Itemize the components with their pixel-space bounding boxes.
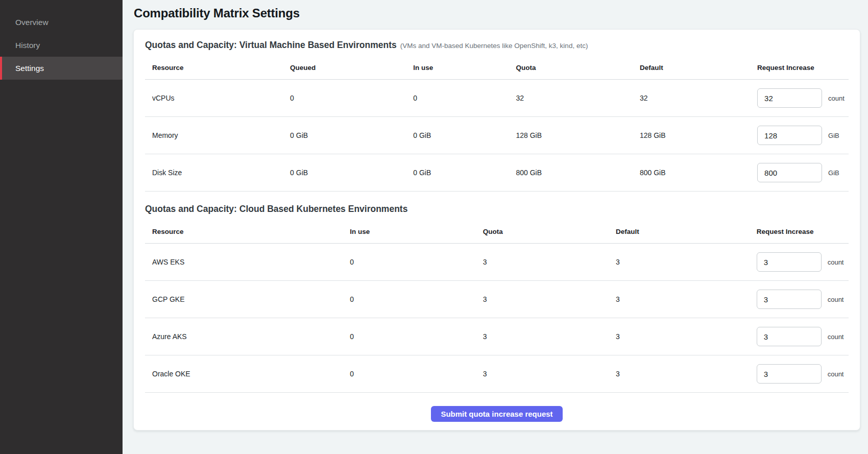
sidebar-item-settings[interactable]: Settings xyxy=(0,57,123,80)
value-cell: 3 xyxy=(476,295,609,303)
table-row-azure-aks: Azure AKS033count xyxy=(145,318,849,355)
value-cell: 0 GiB xyxy=(406,169,509,177)
quota-table-vm-environments: ResourceQueuedIn useQuotaDefaultRequest … xyxy=(145,57,849,192)
section-subtitle: (VMs and VM-based Kubernetes like OpenSh… xyxy=(400,42,588,50)
request-increase-cell: GiB xyxy=(750,126,849,145)
column-header-in-use: In use xyxy=(406,64,509,71)
value-cell: 3 xyxy=(609,370,750,378)
table-row-disk-size: Disk Size0 GiB0 GiB800 GiB800 GiBGiB xyxy=(145,154,849,192)
submit-row: Submit quota increase request xyxy=(145,406,849,422)
table-header-row: ResourceIn useQuotaDefaultRequest Increa… xyxy=(145,221,849,244)
value-cell: 0 xyxy=(343,332,475,341)
unit-label: count xyxy=(828,370,844,378)
resource-cell: vCPUs xyxy=(145,94,283,102)
table-row-gcp-gke: GCP GKE033count xyxy=(145,281,849,318)
sidebar-nav: OverviewHistorySettings xyxy=(0,11,123,80)
table-row-vcpus: vCPUs003232count xyxy=(145,80,849,117)
request-increase-input-gcp-gke[interactable] xyxy=(757,290,822,309)
column-header-queued: Queued xyxy=(283,64,406,71)
sidebar-item-history[interactable]: History xyxy=(0,34,123,57)
value-cell: 0 GiB xyxy=(406,131,509,139)
resource-cell: Memory xyxy=(145,131,283,139)
column-header-in-use: In use xyxy=(343,228,475,235)
value-cell: 800 GiB xyxy=(633,169,750,177)
column-header-default: Default xyxy=(609,228,750,235)
request-increase-cell: count xyxy=(750,364,849,384)
resource-cell: Oracle OKE xyxy=(145,370,343,378)
main-content: Compatibility Matrix Settings Quotas and… xyxy=(123,0,868,454)
sidebar-item-label: Settings xyxy=(15,64,44,73)
section-title-text: Quotas and Capacity: Virtual Machine Bas… xyxy=(145,40,397,50)
request-increase-input-azure-aks[interactable] xyxy=(757,327,822,346)
sidebar-item-label: History xyxy=(15,41,40,50)
quota-table-cloud-kubernetes: ResourceIn useQuotaDefaultRequest Increa… xyxy=(145,221,849,393)
quota-section-1: Quotas and Capacity: Cloud Based Kuberne… xyxy=(145,204,849,393)
value-cell: 0 xyxy=(283,94,406,102)
request-increase-input-aws-eks[interactable] xyxy=(757,252,822,272)
value-cell: 0 GiB xyxy=(283,169,406,177)
value-cell: 128 GiB xyxy=(633,131,750,139)
unit-label: GiB xyxy=(828,169,839,177)
table-row-oracle-oke: Oracle OKE033count xyxy=(145,355,849,393)
resource-cell: Azure AKS xyxy=(145,332,343,341)
value-cell: 3 xyxy=(476,258,609,266)
request-increase-input-vcpus[interactable] xyxy=(757,88,822,108)
section-title: Quotas and Capacity: Virtual Machine Bas… xyxy=(145,40,849,51)
table-row-aws-eks: AWS EKS033count xyxy=(145,244,849,281)
sidebar: OverviewHistorySettings xyxy=(0,0,123,454)
quota-section-0: Quotas and Capacity: Virtual Machine Bas… xyxy=(145,40,849,192)
quota-sections: Quotas and Capacity: Virtual Machine Bas… xyxy=(145,40,849,393)
table-header-row: ResourceQueuedIn useQuotaDefaultRequest … xyxy=(145,57,849,80)
request-increase-cell: count xyxy=(750,88,849,108)
value-cell: 800 GiB xyxy=(509,169,633,177)
value-cell: 0 xyxy=(343,370,475,378)
request-increase-cell: count xyxy=(750,327,849,346)
active-indicator xyxy=(0,57,2,80)
column-header-request-increase: Request Increase xyxy=(750,64,849,71)
submit-quota-button[interactable]: Submit quota increase request xyxy=(431,406,562,422)
resource-cell: GCP GKE xyxy=(145,295,343,303)
value-cell: 3 xyxy=(609,258,750,266)
value-cell: 128 GiB xyxy=(509,131,633,139)
resource-cell: Disk Size xyxy=(145,169,283,177)
unit-label: count xyxy=(828,258,844,266)
request-increase-input-memory[interactable] xyxy=(757,126,822,145)
sidebar-item-label: Overview xyxy=(15,18,49,27)
column-header-quota: Quota xyxy=(476,228,609,235)
value-cell: 0 xyxy=(406,94,509,102)
section-title-text: Quotas and Capacity: Cloud Based Kuberne… xyxy=(145,204,407,214)
page-title: Compatibility Matrix Settings xyxy=(134,6,860,20)
value-cell: 0 xyxy=(343,258,475,266)
sidebar-item-overview[interactable]: Overview xyxy=(0,11,123,34)
request-increase-cell: count xyxy=(750,290,849,309)
request-increase-cell: count xyxy=(750,252,849,272)
resource-cell: AWS EKS xyxy=(145,258,343,266)
value-cell: 0 GiB xyxy=(283,131,406,139)
unit-label: count xyxy=(828,333,844,341)
column-header-quota: Quota xyxy=(509,64,633,71)
unit-label: count xyxy=(828,94,845,102)
column-header-resource: Resource xyxy=(145,228,343,235)
column-header-default: Default xyxy=(633,64,750,71)
value-cell: 3 xyxy=(609,295,750,303)
request-increase-input-disk-size[interactable] xyxy=(757,163,822,182)
value-cell: 0 xyxy=(343,295,475,303)
unit-label: GiB xyxy=(828,132,839,139)
value-cell: 3 xyxy=(476,332,609,341)
value-cell: 3 xyxy=(476,370,609,378)
table-row-memory: Memory0 GiB0 GiB128 GiB128 GiBGiB xyxy=(145,117,849,154)
request-increase-input-oracle-oke[interactable] xyxy=(757,364,822,384)
quota-card: Quotas and Capacity: Virtual Machine Bas… xyxy=(133,29,860,431)
column-header-request-increase: Request Increase xyxy=(750,228,849,235)
column-header-resource: Resource xyxy=(145,64,283,71)
section-title: Quotas and Capacity: Cloud Based Kuberne… xyxy=(145,204,849,214)
unit-label: count xyxy=(828,296,844,303)
value-cell: 3 xyxy=(609,332,750,341)
value-cell: 32 xyxy=(633,94,750,102)
request-increase-cell: GiB xyxy=(750,163,849,182)
value-cell: 32 xyxy=(509,94,633,102)
